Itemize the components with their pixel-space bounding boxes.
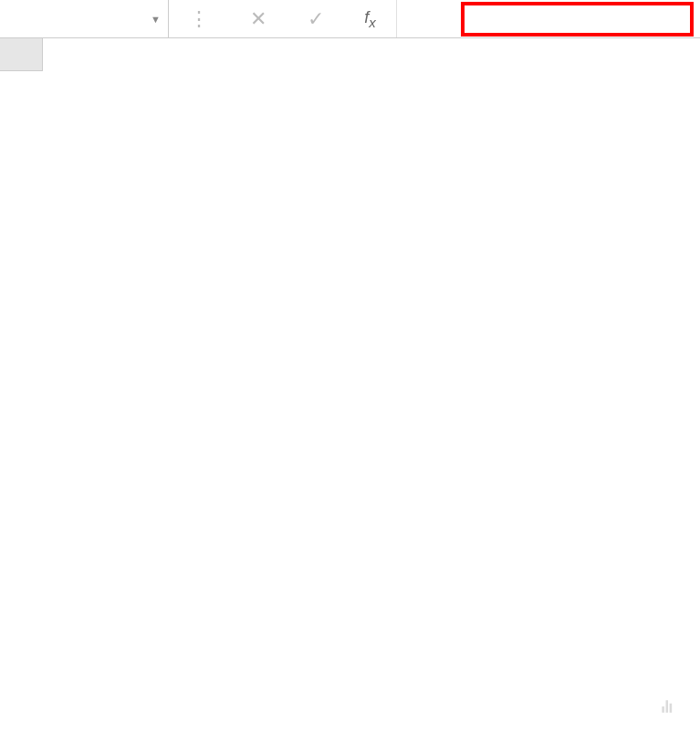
fx-icon[interactable]: fx [355,8,385,30]
spreadsheet-grid [0,38,700,71]
name-box[interactable]: ▼ [0,0,169,37]
chart-icon [659,697,677,716]
confirm-icon[interactable]: ✓ [298,7,333,31]
dropdown-icon[interactable]: ▼ [151,14,161,25]
cancel-icon[interactable]: ✕ [241,7,276,31]
select-all-corner[interactable] [0,38,43,71]
formula-bar: ▼ ⋮ ✕ ✓ fx [0,0,700,38]
formula-bar-controls: ⋮ ✕ ✓ fx [169,0,397,37]
dots-icon: ⋮ [180,7,218,31]
watermark [659,690,677,716]
